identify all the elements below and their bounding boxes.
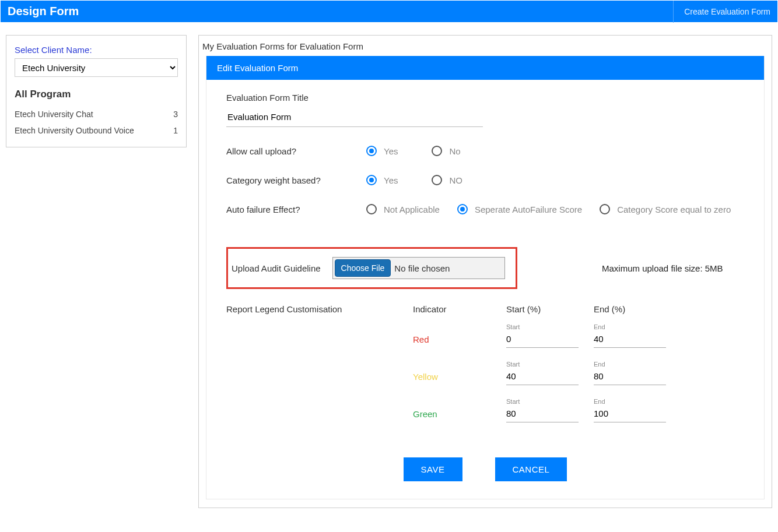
page-title: Design Form xyxy=(8,5,79,18)
radio-label: Yes xyxy=(384,175,398,185)
auto-failure-na[interactable]: Not Applicable xyxy=(366,204,440,214)
legend-green-end-input[interactable] xyxy=(594,405,666,422)
radio-icon xyxy=(366,175,377,185)
radio-icon xyxy=(366,204,377,214)
legend-indicator-header: Indicator xyxy=(413,304,506,318)
allow-upload-label: Allow call upload? xyxy=(226,146,366,156)
choose-file-button[interactable]: Choose File xyxy=(335,259,391,277)
all-program-heading: All Program xyxy=(15,89,178,100)
auto-failure-zero[interactable]: Category Score equal to zero xyxy=(600,204,731,214)
create-evaluation-link[interactable]: Create Evaluation Form xyxy=(673,1,770,23)
forms-list-title: My Evaluation Forms for Evaluation Form xyxy=(202,39,768,56)
auto-failure-separate[interactable]: Seperate AutoFailure Score xyxy=(457,204,582,214)
radio-label: Seperate AutoFailure Score xyxy=(475,205,582,214)
radio-label: Category Score equal to zero xyxy=(617,205,731,214)
radio-icon xyxy=(600,204,610,214)
file-chosen-status: No file chosen xyxy=(394,263,450,273)
file-input-wrapper[interactable]: Choose File No file chosen xyxy=(332,257,505,279)
radio-label: No xyxy=(449,146,460,156)
program-count: 1 xyxy=(164,126,178,135)
upload-highlight-box: Upload Audit Guideline Choose File No fi… xyxy=(226,247,517,289)
end-sublabel: End xyxy=(594,398,670,405)
edit-form-card: Edit Evaluation Form Evaluation Form Tit… xyxy=(206,56,765,499)
legend-indicator-green: Green xyxy=(413,409,506,422)
radio-icon xyxy=(432,146,442,156)
weight-based-yes[interactable]: Yes xyxy=(366,175,398,185)
form-section-header: Edit Evaluation Form xyxy=(206,56,764,80)
auto-failure-label: Auto failure Effect? xyxy=(226,205,366,214)
end-sublabel: End xyxy=(594,361,670,368)
radio-icon xyxy=(457,204,468,214)
client-select-label: Select Client Name: xyxy=(15,45,178,55)
legend-start-header: Start (%) xyxy=(506,304,594,318)
program-count: 3 xyxy=(164,110,178,119)
radio-label: Yes xyxy=(384,146,398,156)
start-sublabel: Start xyxy=(506,398,582,405)
legend-yellow-end-input[interactable] xyxy=(594,368,666,385)
cancel-button[interactable]: CANCEL xyxy=(495,457,567,481)
top-bar: Design Form Create Evaluation Form xyxy=(0,0,778,22)
radio-label: Not Applicable xyxy=(384,205,440,214)
legend-end-header: End (%) xyxy=(594,304,681,318)
legend-red-start-input[interactable] xyxy=(506,330,579,348)
weight-based-no[interactable]: NO xyxy=(432,175,462,185)
main-panel: My Evaluation Forms for Evaluation Form … xyxy=(198,35,772,508)
form-title-label: Evaluation Form Title xyxy=(226,93,744,103)
start-sublabel: Start xyxy=(506,361,582,368)
program-row[interactable]: Etech University Outbound Voice 1 xyxy=(15,122,178,139)
legend-yellow-start-input[interactable] xyxy=(506,368,579,385)
legend-indicator-yellow: Yellow xyxy=(413,372,506,385)
program-name: Etech University Outbound Voice xyxy=(15,126,134,135)
legend-green-start-input[interactable] xyxy=(506,405,579,422)
save-button[interactable]: SAVE xyxy=(404,457,462,481)
radio-icon xyxy=(432,175,442,185)
start-sublabel: Start xyxy=(506,323,582,330)
legend-indicator-red: Red xyxy=(413,334,506,348)
end-sublabel: End xyxy=(594,323,670,330)
client-select[interactable]: Etech University xyxy=(15,58,178,77)
program-name: Etech University Chat xyxy=(15,110,93,119)
allow-upload-yes[interactable]: Yes xyxy=(366,146,398,156)
upload-guideline-label: Upload Audit Guideline xyxy=(232,263,321,273)
legend-red-end-input[interactable] xyxy=(594,330,666,348)
radio-icon xyxy=(366,146,377,156)
allow-upload-no[interactable]: No xyxy=(432,146,460,156)
max-upload-size: Maximum upload file size: 5MB xyxy=(579,263,744,273)
radio-label: NO xyxy=(449,175,462,185)
program-row[interactable]: Etech University Chat 3 xyxy=(15,106,178,122)
legend-title: Report Legend Customisation xyxy=(226,304,413,318)
form-title-input[interactable] xyxy=(226,107,483,127)
sidebar: Select Client Name: Etech University All… xyxy=(6,35,187,147)
weight-based-label: Category weight based? xyxy=(226,175,366,185)
